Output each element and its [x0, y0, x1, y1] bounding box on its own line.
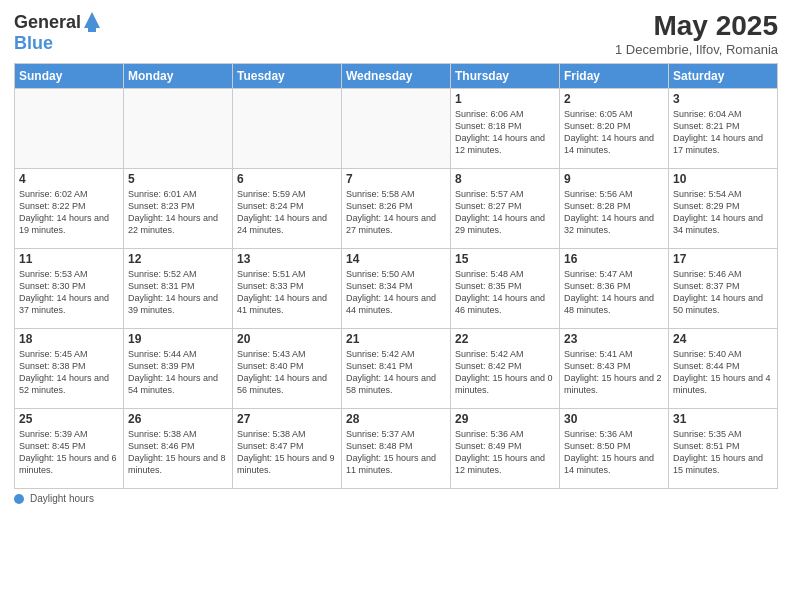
- calendar-row-0: 1Sunrise: 6:06 AM Sunset: 8:18 PM Daylig…: [15, 89, 778, 169]
- calendar-cell: 29Sunrise: 5:36 AM Sunset: 8:49 PM Dayli…: [451, 409, 560, 489]
- calendar-cell: 9Sunrise: 5:56 AM Sunset: 8:28 PM Daylig…: [560, 169, 669, 249]
- calendar-cell: 11Sunrise: 5:53 AM Sunset: 8:30 PM Dayli…: [15, 249, 124, 329]
- day-info: Sunrise: 5:42 AM Sunset: 8:41 PM Dayligh…: [346, 348, 446, 397]
- calendar-cell: 1Sunrise: 6:06 AM Sunset: 8:18 PM Daylig…: [451, 89, 560, 169]
- day-number: 30: [564, 412, 664, 426]
- calendar-row-4: 25Sunrise: 5:39 AM Sunset: 8:45 PM Dayli…: [15, 409, 778, 489]
- calendar-cell: 13Sunrise: 5:51 AM Sunset: 8:33 PM Dayli…: [233, 249, 342, 329]
- col-header-wednesday: Wednesday: [342, 64, 451, 89]
- day-number: 13: [237, 252, 337, 266]
- day-info: Sunrise: 5:40 AM Sunset: 8:44 PM Dayligh…: [673, 348, 773, 397]
- header: General Blue May 2025 1 Decembrie, Ilfov…: [14, 10, 778, 57]
- day-number: 8: [455, 172, 555, 186]
- footer-label: Daylight hours: [30, 493, 94, 504]
- calendar-cell: 31Sunrise: 5:35 AM Sunset: 8:51 PM Dayli…: [669, 409, 778, 489]
- logo-icon: [82, 10, 102, 34]
- day-number: 24: [673, 332, 773, 346]
- day-info: Sunrise: 5:42 AM Sunset: 8:42 PM Dayligh…: [455, 348, 555, 397]
- day-number: 27: [237, 412, 337, 426]
- calendar-cell: 6Sunrise: 5:59 AM Sunset: 8:24 PM Daylig…: [233, 169, 342, 249]
- calendar-cell: 10Sunrise: 5:54 AM Sunset: 8:29 PM Dayli…: [669, 169, 778, 249]
- day-number: 1: [455, 92, 555, 106]
- day-number: 3: [673, 92, 773, 106]
- day-info: Sunrise: 5:47 AM Sunset: 8:36 PM Dayligh…: [564, 268, 664, 317]
- col-header-thursday: Thursday: [451, 64, 560, 89]
- month-title: May 2025: [615, 10, 778, 42]
- calendar-cell: 21Sunrise: 5:42 AM Sunset: 8:41 PM Dayli…: [342, 329, 451, 409]
- day-info: Sunrise: 5:56 AM Sunset: 8:28 PM Dayligh…: [564, 188, 664, 237]
- col-header-tuesday: Tuesday: [233, 64, 342, 89]
- title-area: May 2025 1 Decembrie, Ilfov, Romania: [615, 10, 778, 57]
- day-info: Sunrise: 5:58 AM Sunset: 8:26 PM Dayligh…: [346, 188, 446, 237]
- calendar-cell: 23Sunrise: 5:41 AM Sunset: 8:43 PM Dayli…: [560, 329, 669, 409]
- day-number: 19: [128, 332, 228, 346]
- day-info: Sunrise: 6:01 AM Sunset: 8:23 PM Dayligh…: [128, 188, 228, 237]
- calendar-cell: 24Sunrise: 5:40 AM Sunset: 8:44 PM Dayli…: [669, 329, 778, 409]
- calendar-cell: 12Sunrise: 5:52 AM Sunset: 8:31 PM Dayli…: [124, 249, 233, 329]
- footer-dot: [14, 494, 24, 504]
- calendar-cell: 18Sunrise: 5:45 AM Sunset: 8:38 PM Dayli…: [15, 329, 124, 409]
- day-number: 23: [564, 332, 664, 346]
- day-number: 31: [673, 412, 773, 426]
- day-info: Sunrise: 5:57 AM Sunset: 8:27 PM Dayligh…: [455, 188, 555, 237]
- subtitle: 1 Decembrie, Ilfov, Romania: [615, 42, 778, 57]
- day-info: Sunrise: 5:43 AM Sunset: 8:40 PM Dayligh…: [237, 348, 337, 397]
- day-info: Sunrise: 5:59 AM Sunset: 8:24 PM Dayligh…: [237, 188, 337, 237]
- day-number: 10: [673, 172, 773, 186]
- day-number: 11: [19, 252, 119, 266]
- day-number: 26: [128, 412, 228, 426]
- day-info: Sunrise: 5:39 AM Sunset: 8:45 PM Dayligh…: [19, 428, 119, 477]
- calendar-cell: 2Sunrise: 6:05 AM Sunset: 8:20 PM Daylig…: [560, 89, 669, 169]
- calendar-cell: [233, 89, 342, 169]
- svg-marker-1: [88, 28, 96, 32]
- col-header-saturday: Saturday: [669, 64, 778, 89]
- calendar-cell: 8Sunrise: 5:57 AM Sunset: 8:27 PM Daylig…: [451, 169, 560, 249]
- calendar: SundayMondayTuesdayWednesdayThursdayFrid…: [14, 63, 778, 489]
- day-info: Sunrise: 5:38 AM Sunset: 8:47 PM Dayligh…: [237, 428, 337, 477]
- calendar-cell: 15Sunrise: 5:48 AM Sunset: 8:35 PM Dayli…: [451, 249, 560, 329]
- footer: Daylight hours: [14, 493, 778, 504]
- col-header-monday: Monday: [124, 64, 233, 89]
- col-header-friday: Friday: [560, 64, 669, 89]
- calendar-cell: 17Sunrise: 5:46 AM Sunset: 8:37 PM Dayli…: [669, 249, 778, 329]
- day-number: 21: [346, 332, 446, 346]
- calendar-cell: 30Sunrise: 5:36 AM Sunset: 8:50 PM Dayli…: [560, 409, 669, 489]
- day-number: 4: [19, 172, 119, 186]
- calendar-row-1: 4Sunrise: 6:02 AM Sunset: 8:22 PM Daylig…: [15, 169, 778, 249]
- day-number: 17: [673, 252, 773, 266]
- day-number: 9: [564, 172, 664, 186]
- day-number: 14: [346, 252, 446, 266]
- calendar-row-3: 18Sunrise: 5:45 AM Sunset: 8:38 PM Dayli…: [15, 329, 778, 409]
- calendar-header-row: SundayMondayTuesdayWednesdayThursdayFrid…: [15, 64, 778, 89]
- logo-general: General: [14, 13, 81, 31]
- day-info: Sunrise: 6:02 AM Sunset: 8:22 PM Dayligh…: [19, 188, 119, 237]
- day-number: 20: [237, 332, 337, 346]
- day-info: Sunrise: 5:53 AM Sunset: 8:30 PM Dayligh…: [19, 268, 119, 317]
- day-info: Sunrise: 5:38 AM Sunset: 8:46 PM Dayligh…: [128, 428, 228, 477]
- day-number: 6: [237, 172, 337, 186]
- calendar-cell: [342, 89, 451, 169]
- col-header-sunday: Sunday: [15, 64, 124, 89]
- day-info: Sunrise: 5:41 AM Sunset: 8:43 PM Dayligh…: [564, 348, 664, 397]
- calendar-cell: [124, 89, 233, 169]
- day-number: 18: [19, 332, 119, 346]
- day-number: 5: [128, 172, 228, 186]
- svg-marker-0: [84, 12, 100, 28]
- day-info: Sunrise: 5:50 AM Sunset: 8:34 PM Dayligh…: [346, 268, 446, 317]
- day-info: Sunrise: 6:04 AM Sunset: 8:21 PM Dayligh…: [673, 108, 773, 157]
- day-number: 2: [564, 92, 664, 106]
- day-number: 29: [455, 412, 555, 426]
- calendar-cell: 3Sunrise: 6:04 AM Sunset: 8:21 PM Daylig…: [669, 89, 778, 169]
- day-number: 28: [346, 412, 446, 426]
- day-info: Sunrise: 5:52 AM Sunset: 8:31 PM Dayligh…: [128, 268, 228, 317]
- day-info: Sunrise: 6:05 AM Sunset: 8:20 PM Dayligh…: [564, 108, 664, 157]
- calendar-cell: 28Sunrise: 5:37 AM Sunset: 8:48 PM Dayli…: [342, 409, 451, 489]
- calendar-cell: [15, 89, 124, 169]
- day-info: Sunrise: 6:06 AM Sunset: 8:18 PM Dayligh…: [455, 108, 555, 157]
- day-info: Sunrise: 5:48 AM Sunset: 8:35 PM Dayligh…: [455, 268, 555, 317]
- day-info: Sunrise: 5:36 AM Sunset: 8:49 PM Dayligh…: [455, 428, 555, 477]
- day-number: 16: [564, 252, 664, 266]
- calendar-cell: 22Sunrise: 5:42 AM Sunset: 8:42 PM Dayli…: [451, 329, 560, 409]
- calendar-cell: 5Sunrise: 6:01 AM Sunset: 8:23 PM Daylig…: [124, 169, 233, 249]
- calendar-cell: 14Sunrise: 5:50 AM Sunset: 8:34 PM Dayli…: [342, 249, 451, 329]
